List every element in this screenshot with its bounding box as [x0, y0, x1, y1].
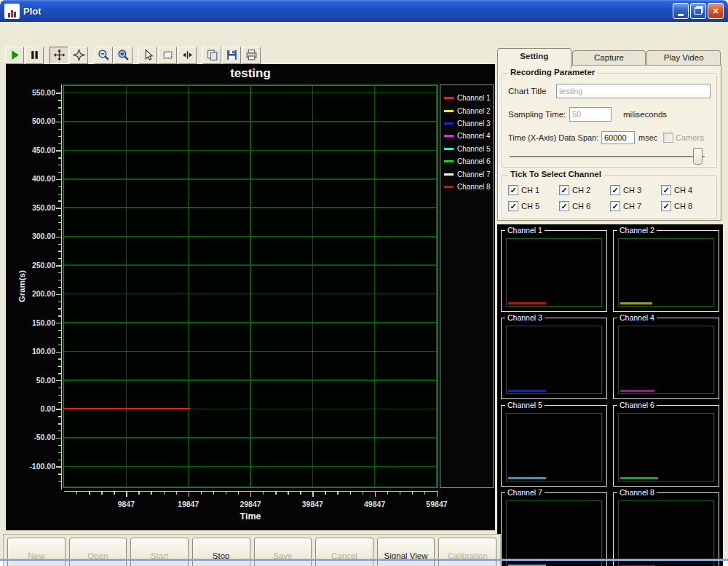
toolbar [5, 46, 261, 64]
y-tick [56, 323, 61, 323]
legend-label: Channel 8 [457, 183, 491, 191]
y-tick [56, 294, 61, 295]
x-minor-tick [424, 492, 425, 495]
channel-checkbox-grid: CH 1CH 2CH 3CH 4CH 5CH 6CH 7CH 8 [508, 184, 712, 216]
close-button[interactable]: ✕ [708, 3, 724, 19]
save-button[interactable]: Save [254, 538, 312, 566]
checkbox-label: CH 5 [521, 202, 539, 211]
copy-button[interactable] [202, 47, 221, 64]
channel-select-group: Tick To Select Channel CH 1CH 2CH 3CH 4C… [502, 175, 717, 219]
preview-line [620, 302, 652, 304]
x-tick [126, 492, 127, 497]
legend-color-dash [444, 148, 454, 150]
data-span-input[interactable] [601, 131, 635, 144]
sampling-time-input[interactable] [569, 107, 612, 122]
checkbox-ch-4[interactable]: CH 4 [661, 184, 692, 196]
window-body: testing Gram(s) Channel 1Channel 2Channe… [0, 22, 728, 559]
checkbox-label: CH 7 [623, 202, 641, 211]
legend-color-dash [444, 135, 454, 137]
new-button[interactable]: New [7, 538, 66, 566]
camera-label: Camera [676, 133, 704, 142]
legend-label: Channel 5 [457, 145, 491, 153]
checkbox-ch-3[interactable]: CH 3 [610, 184, 641, 196]
y-axis-line [61, 84, 62, 490]
stop-button[interactable]: Stop [192, 538, 250, 566]
tab-setting[interactable]: Setting [497, 48, 571, 69]
plot-area[interactable] [64, 86, 437, 487]
minimize-button[interactable] [673, 3, 689, 19]
gridline-x [374, 86, 376, 487]
chart-title: testing [64, 66, 437, 81]
start-button[interactable]: Start [130, 538, 189, 566]
y-minor-tick [58, 431, 61, 431]
x-minor-tick [89, 492, 90, 495]
marker-button[interactable] [178, 47, 197, 64]
x-minor-tick [400, 492, 400, 495]
chart-area: testing Gram(s) Channel 1Channel 2Channe… [6, 64, 495, 530]
x-minor-tick [363, 492, 363, 495]
checkbox-box [559, 201, 569, 211]
legend-item: Channel 1 [440, 92, 493, 104]
span-slider-track[interactable] [510, 156, 705, 157]
gridline-x [436, 86, 438, 487]
preview-line [620, 477, 658, 479]
span-slider-thumb[interactable] [693, 148, 703, 165]
checkbox-ch-1[interactable]: CH 1 [508, 184, 539, 196]
checkbox-ch-8[interactable]: CH 8 [661, 200, 692, 212]
signal-view-button[interactable]: Signal View [377, 538, 435, 566]
x-minor-tick [238, 492, 239, 495]
calibration-button[interactable]: Calibration [438, 538, 496, 566]
y-minor-tick [58, 215, 61, 216]
pan-icon [53, 49, 66, 61]
cursor-button[interactable] [138, 47, 157, 64]
play-button[interactable] [5, 47, 24, 64]
checkbox-ch-6[interactable]: CH 6 [559, 200, 590, 212]
app-window: Plot ✕ testing Gram(s) Channel 1Channel … [0, 0, 728, 566]
title-bar: Plot ✕ [0, 0, 728, 22]
y-tick-label: 550.00 [17, 88, 55, 97]
pause-button[interactable] [25, 47, 44, 64]
minimize-icon [678, 14, 684, 16]
checkbox-label: CH 6 [572, 202, 590, 211]
y-tick-label: 350.00 [17, 203, 55, 212]
zoom-out-button[interactable] [94, 47, 113, 64]
cursor-icon [142, 49, 154, 61]
zoom-out-icon [98, 49, 110, 61]
cancel-button[interactable]: Cancel [315, 538, 373, 566]
window-title: Plot [23, 6, 41, 17]
y-tick-label: 300.00 [17, 232, 55, 240]
preview-line [508, 390, 546, 392]
x-minor-tick [201, 492, 202, 495]
toolbar-separator [89, 55, 94, 55]
preview-plot [506, 326, 602, 394]
zoom-in-button[interactable] [114, 47, 132, 64]
y-tick-label: 0.00 [17, 404, 55, 413]
preview-plot [618, 326, 714, 394]
y-tick-label: 500.00 [17, 117, 55, 125]
window-bottom-edge [0, 559, 728, 561]
select-rect-button[interactable] [158, 47, 177, 64]
print-button[interactable] [242, 47, 261, 64]
star-zoom-icon [73, 49, 85, 61]
checkbox-ch-7[interactable]: CH 7 [610, 200, 641, 212]
pan-button[interactable] [50, 47, 68, 64]
x-minor-tick [76, 492, 77, 495]
y-minor-tick [58, 473, 61, 474]
open-button[interactable]: Open [69, 538, 127, 566]
gridline-x [250, 86, 251, 487]
camera-checkbox[interactable] [663, 133, 673, 143]
checkbox-ch-2[interactable]: CH 2 [559, 184, 590, 196]
tab-bar: SettingCapturePlay Video [497, 48, 721, 65]
data-span-label: Time (X-Axis) Data Span: [508, 133, 598, 142]
gridline-x [312, 86, 314, 487]
checkbox-ch-5[interactable]: CH 5 [508, 200, 539, 212]
restore-button[interactable] [690, 3, 706, 19]
y-minor-tick [58, 373, 61, 374]
save-button[interactable] [222, 47, 241, 64]
x-tick-label: 9847 [103, 500, 149, 508]
legend-label: Channel 4 [457, 132, 491, 140]
chart-title-input[interactable] [556, 84, 711, 98]
print-icon [245, 49, 258, 61]
preview-plot [506, 413, 602, 482]
zoom-area-button[interactable] [69, 47, 88, 64]
